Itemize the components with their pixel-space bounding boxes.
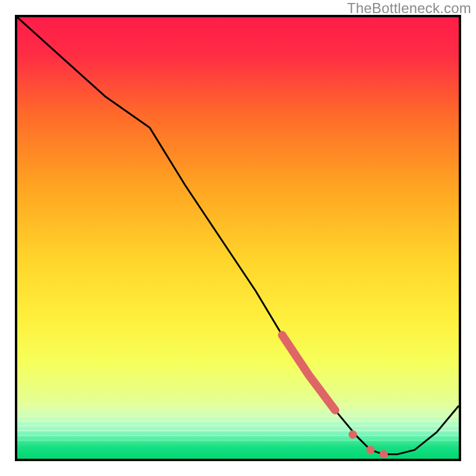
marker-dot (349, 430, 357, 439)
watermark-text: TheBottleneck.com (347, 0, 471, 17)
svg-rect-5 (17, 427, 459, 430)
marker-dot (380, 450, 388, 459)
svg-rect-0 (17, 403, 459, 406)
gradient-background (17, 17, 459, 459)
plot-svg (17, 17, 459, 459)
svg-rect-7 (17, 436, 459, 440)
plot-area (15, 15, 461, 461)
svg-rect-1 (17, 408, 459, 411)
svg-rect-4 (17, 422, 459, 425)
marker-dot (367, 446, 375, 454)
svg-rect-2 (17, 412, 459, 416)
chart-container: TheBottleneck.com (0, 0, 476, 476)
svg-rect-8 (17, 441, 459, 459)
svg-rect-3 (17, 417, 459, 421)
svg-rect-6 (17, 431, 459, 435)
